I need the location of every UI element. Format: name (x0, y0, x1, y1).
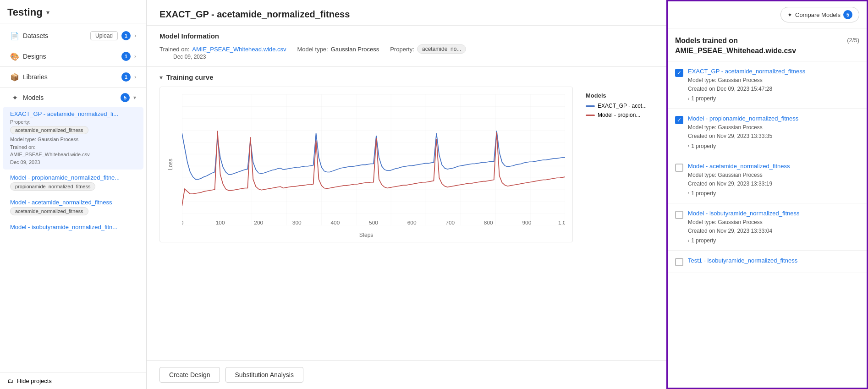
compare-item-propionamide-content: Model - propionamide_normalized_fitness … (688, 115, 859, 149)
app-title: Testing (7, 6, 43, 18)
y-axis-label: Loss (167, 159, 174, 170)
property-value: acetamide_no... (417, 44, 466, 54)
compare-panel-count: (2/5) (847, 37, 859, 44)
compare-item-test1-title[interactable]: Test1 - isobutyramide_normalized_fitness (688, 257, 859, 264)
datasets-badge: 1 (121, 31, 131, 40)
libraries-label: Libraries (23, 73, 118, 81)
svg-text:1,000: 1,000 (558, 220, 565, 225)
sidebar-item-models[interactable]: ✦ Models 5 ▾ (3, 89, 143, 106)
training-section: ▾ Training curve Loss Steps 1.60 1.5 (147, 67, 666, 360)
compare-checkbox-test1[interactable] (675, 258, 683, 266)
libraries-icon: 📦 (10, 73, 19, 82)
compare-item-acetamide[interactable]: Model - acetamide_normalized_fitness Mod… (668, 156, 867, 203)
legend-color-pink (586, 115, 595, 116)
property-label: Property: (390, 46, 414, 53)
compare-models-button[interactable]: ✦ Compare Models 5 (780, 7, 859, 22)
model-info-section: Model Information Trained on: AMIE_PSEAE… (147, 26, 666, 67)
main-content: EXACT_GP - acetamide_normalized_fitness … (147, 0, 666, 389)
collapse-icon[interactable]: ▾ (159, 74, 163, 81)
models-chevron-icon[interactable]: ▾ (133, 94, 136, 101)
hide-projects-label: Hide projects (17, 378, 52, 384)
property-chevron-icon-3: › (688, 191, 689, 196)
compare-item-exact-gp-title[interactable]: EXACT_GP - acetamide_normalized_fitness (688, 68, 859, 75)
hide-projects-button[interactable]: 🗂 Hide projects (0, 373, 146, 389)
models-list: EXACT_GP - acetamide_normalized_fi... Pr… (0, 107, 146, 234)
checkmark-icon-2: ✓ (677, 117, 681, 123)
compare-checkbox-propionamide[interactable]: ✓ (675, 116, 683, 124)
create-design-button[interactable]: Create Design (159, 367, 220, 383)
model-item-isobutyramide[interactable]: Model - isobutyramide_normalized_fitn... (3, 220, 143, 234)
libraries-chevron-icon[interactable]: › (134, 74, 136, 80)
compare-item-propionamide[interactable]: ✓ Model - propionamide_normalized_fitnes… (668, 109, 867, 156)
svg-text:600: 600 (407, 220, 417, 225)
model-acetamide-title[interactable]: Model - acetamide_normalized_fitness (10, 199, 134, 206)
sidebar-item-libraries[interactable]: 📦 Libraries 1 › (3, 69, 143, 85)
compare-item-test1[interactable]: Test1 - isobutyramide_normalized_fitness (668, 251, 867, 273)
compare-item-acetamide-property[interactable]: › 1 property (688, 190, 859, 197)
libraries-badge: 1 (121, 72, 131, 82)
model-isobutyramide-title[interactable]: Model - isobutyramide_normalized_fitn... (10, 224, 134, 230)
trained-on-item: Trained on: AMIE_PSEAE_Whitehead.wide.cs… (159, 46, 286, 53)
upload-button[interactable]: Upload (90, 31, 118, 40)
model-exact-gp-meta: Model type: Gaussian Process Trained on:… (10, 136, 136, 166)
compare-item-acetamide-title[interactable]: Model - acetamide_normalized_fitness (688, 163, 859, 170)
svg-text:100: 100 (216, 220, 225, 225)
compare-badge: 5 (843, 10, 852, 19)
training-curve-title: Training curve (166, 73, 214, 81)
compare-panel-title: Models trained onAMIE_PSEAE_Whitehead.wi… (675, 36, 796, 56)
model-acetamide-property: acetamide_normalized_fitness (10, 207, 88, 215)
model-type-item: Model type: Gaussian Process (297, 46, 379, 53)
model-type-label: Model type: (297, 46, 328, 53)
legend-item-0: EXACT_GP - acet... (586, 103, 648, 109)
model-info-row: Trained on: AMIE_PSEAE_Whitehead.wide.cs… (159, 44, 654, 54)
svg-text:400: 400 (330, 220, 340, 225)
datasets-chevron-icon[interactable]: › (134, 33, 136, 39)
designs-chevron-icon[interactable]: › (134, 53, 136, 60)
compare-panel: ✦ Compare Models 5 Models trained onAMIE… (666, 0, 868, 389)
compare-checkbox-isobutyramide[interactable] (675, 211, 683, 219)
compare-models-list: ✓ EXACT_GP - acetamide_normalized_fitnes… (668, 61, 867, 388)
training-curve-chart: 1.60 1.55 1.50 1.45 1.40 1.35 1.30 1.25 … (182, 94, 565, 225)
model-type-value: Gaussian Process (331, 46, 379, 53)
trained-on-label: Trained on: (159, 46, 189, 53)
model-propionamide-title[interactable]: Model - propionamide_normalized_fitne... (10, 174, 134, 181)
compare-item-acetamide-content: Model - acetamide_normalized_fitness Mod… (688, 163, 859, 197)
model-item-acetamide[interactable]: Model - acetamide_normalized_fitness ace… (3, 195, 143, 219)
sidebar-item-designs[interactable]: 🎨 Designs 1 › (3, 48, 143, 65)
svg-text:900: 900 (522, 220, 531, 225)
compare-item-propionamide-property[interactable]: › 1 property (688, 143, 859, 149)
compare-item-propionamide-title[interactable]: Model - propionamide_normalized_fitness (688, 115, 859, 122)
legend-item-1: Model - propion... (586, 112, 648, 118)
models-label: Models (23, 94, 117, 101)
trained-on-link[interactable]: AMIE_PSEAE_Whitehead.wide.csv (192, 46, 286, 53)
property-chevron-icon-4: › (688, 238, 689, 243)
legend-color-blue (586, 105, 595, 107)
divider-3 (0, 87, 146, 88)
substitution-analysis-button[interactable]: Substitution Analysis (225, 367, 303, 383)
model-item-exact-gp[interactable]: EXACT_GP - acetamide_normalized_fi... Pr… (3, 107, 143, 170)
compare-checkbox-exact-gp[interactable]: ✓ (675, 69, 683, 77)
sidebar-item-datasets[interactable]: 📄 Datasets Upload 1 › (3, 27, 143, 44)
compare-item-isobutyramide-property[interactable]: › 1 property (688, 237, 859, 244)
compare-item-isobutyramide-content: Model - isobutyramide_normalized_fitness… (688, 210, 859, 244)
model-exact-gp-property: acetamide_normalized_fitness (10, 126, 88, 134)
compare-item-isobutyramide[interactable]: Model - isobutyramide_normalized_fitness… (668, 203, 867, 251)
datasets-icon: 📄 (10, 32, 19, 40)
title-chevron-icon[interactable]: ▾ (46, 9, 49, 16)
compare-item-exact-gp-property[interactable]: › 1 property (688, 95, 859, 102)
model-exact-gp-title[interactable]: EXACT_GP - acetamide_normalized_fi... (10, 110, 134, 117)
x-axis-label: Steps (359, 232, 374, 238)
compare-checkbox-acetamide[interactable] (675, 164, 683, 172)
compare-item-exact-gp[interactable]: ✓ EXACT_GP - acetamide_normalized_fitnes… (668, 61, 867, 109)
models-icon: ✦ (10, 93, 19, 102)
model-item-propionamide[interactable]: Model - propionamide_normalized_fitne...… (3, 170, 143, 194)
divider-1 (0, 46, 146, 46)
chart-area: Loss Steps 1.60 1.55 1.50 1.45 1.40 (159, 87, 654, 242)
legend-label-1: Model - propion... (598, 112, 640, 118)
legend-title: Models (586, 92, 648, 99)
hide-projects-icon: 🗂 (7, 378, 13, 384)
svg-text:300: 300 (292, 220, 302, 225)
compare-item-isobutyramide-meta: Model type: Gaussian Process Created on … (688, 218, 859, 236)
sidebar-nav: 📄 Datasets Upload 1 › 🎨 Designs 1 › 📦 Li… (0, 23, 146, 373)
compare-item-isobutyramide-title[interactable]: Model - isobutyramide_normalized_fitness (688, 210, 859, 217)
